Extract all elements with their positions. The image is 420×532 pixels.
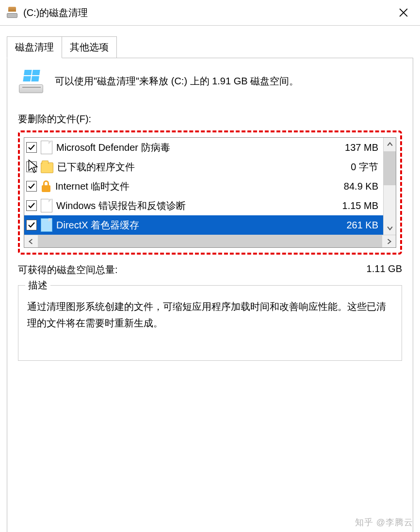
scroll-thumb-h[interactable] xyxy=(38,235,382,247)
horizontal-scrollbar[interactable] xyxy=(24,235,396,247)
list-item-label: Microsoft Defender 防病毒 xyxy=(56,141,341,154)
tab-cleanup[interactable]: 磁盘清理 xyxy=(7,36,62,58)
list-item[interactable]: 已下载的程序文件0 字节 xyxy=(24,157,383,177)
description-legend: 描述 xyxy=(25,279,50,292)
checkbox[interactable] xyxy=(26,200,37,211)
list-item-label: Windows 错误报告和反馈诊断 xyxy=(56,199,339,212)
tab-strip: 磁盘清理 其他选项 xyxy=(7,36,413,58)
scroll-up-icon[interactable] xyxy=(384,138,396,151)
list-item-size: 137 MB xyxy=(345,142,380,153)
list-item[interactable]: DirectX 着色器缓存261 KB xyxy=(24,215,383,235)
list-item-size: 84.9 KB xyxy=(344,181,380,192)
file-icon xyxy=(41,218,52,232)
scroll-thumb-v[interactable] xyxy=(384,151,396,185)
file-icon xyxy=(41,141,52,154)
vertical-scrollbar[interactable] xyxy=(383,138,396,235)
total-label: 可获得的磁盘空间总量: xyxy=(18,263,118,276)
list-item-size: 261 KB xyxy=(346,220,380,231)
lock-icon xyxy=(41,180,51,192)
checkbox[interactable] xyxy=(26,142,37,153)
files-listbox[interactable]: Microsoft Defender 防病毒137 MB已下载的程序文件0 字节… xyxy=(24,137,396,248)
list-item[interactable]: Microsoft Defender 防病毒137 MB xyxy=(24,138,383,157)
scroll-down-icon[interactable] xyxy=(384,221,396,235)
close-icon xyxy=(399,8,408,17)
checkbox[interactable] xyxy=(26,220,37,230)
tab-panel: 可以使用"磁盘清理"来释放 (C:) 上的 1.91 GB 磁盘空间。 要删除的… xyxy=(7,58,413,532)
files-to-delete-label: 要删除的文件(F): xyxy=(18,113,402,126)
list-item[interactable]: Windows 错误报告和反馈诊断1.15 MB xyxy=(24,196,383,215)
list-item-label: 已下载的程序文件 xyxy=(57,161,347,174)
annotation-highlight: Microsoft Defender 防病毒137 MB已下载的程序文件0 字节… xyxy=(18,130,402,255)
folder-icon xyxy=(41,162,53,173)
tab-other-options[interactable]: 其他选项 xyxy=(62,36,117,58)
intro-text: 可以使用"磁盘清理"来释放 (C:) 上的 1.91 GB 磁盘空间。 xyxy=(55,69,299,89)
window-title: (C:)的磁盘清理 xyxy=(23,6,88,19)
description-group: 描述 通过清理图形系统创建的文件，可缩短应用程序加载时间和改善响应性能。这些已清… xyxy=(18,285,402,361)
scroll-right-icon[interactable] xyxy=(382,235,396,247)
file-icon xyxy=(41,199,52,212)
dialog-body: 磁盘清理 其他选项 可以使用"磁盘清理"来释放 (C:) 上的 1.91 GB … xyxy=(0,25,420,532)
titlebar: (C:)的磁盘清理 xyxy=(0,0,420,25)
intro-row: 可以使用"磁盘清理"来释放 (C:) 上的 1.91 GB 磁盘空间。 xyxy=(18,69,402,93)
close-button[interactable] xyxy=(394,3,413,22)
total-value: 1.11 GB xyxy=(367,263,402,276)
list-item-size: 1.15 MB xyxy=(342,200,380,211)
list-item-size: 0 字节 xyxy=(351,161,380,174)
scroll-left-icon[interactable] xyxy=(24,235,38,247)
description-text: 通过清理图形系统创建的文件，可缩短应用程序加载时间和改善响应性能。这些已清理的文… xyxy=(27,298,393,331)
list-item-label: DirectX 着色器缓存 xyxy=(56,219,342,232)
drive-icon xyxy=(18,69,45,93)
checkbox[interactable] xyxy=(26,181,37,192)
checkbox[interactable] xyxy=(26,161,37,172)
disk-cleanup-icon xyxy=(7,7,18,18)
list-item-label: Internet 临时文件 xyxy=(55,180,340,193)
list-item[interactable]: Internet 临时文件84.9 KB xyxy=(24,177,383,196)
total-row: 可获得的磁盘空间总量: 1.11 GB xyxy=(18,263,402,276)
